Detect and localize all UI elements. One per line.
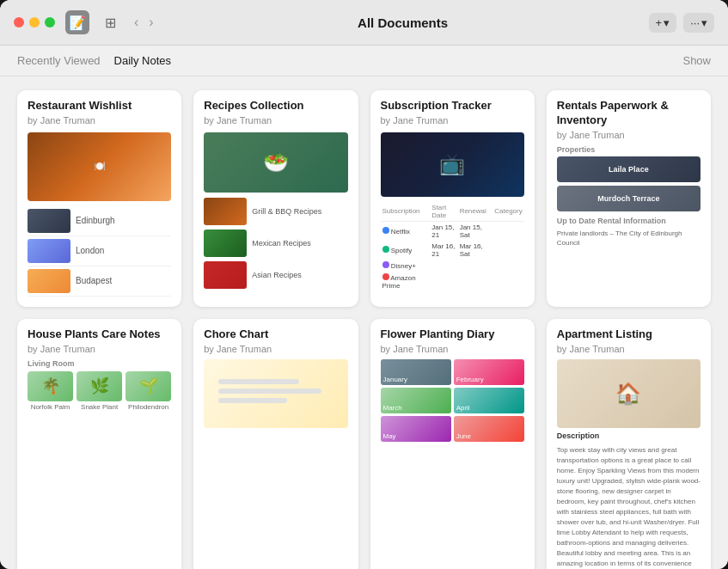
card-rentals-paperwork[interactable]: Rentals Paperwork & Inventory by Jane Tr… (547, 90, 711, 307)
titlebar: 📝 ⊞ ‹ › All Documents + ▾ ··· ▾ (0, 0, 728, 46)
list-item: London (28, 236, 171, 266)
card-title: Rentals Paperwork & Inventory (557, 99, 700, 128)
recipe-thumb (204, 261, 247, 289)
list-item: Asian Recipes (204, 261, 347, 289)
list-item: Budapest (28, 266, 171, 297)
card-title: Restaurant Wishlist (28, 99, 171, 113)
more-button[interactable]: ··· ▾ (683, 13, 714, 33)
card-title: Chore Chart (204, 327, 347, 342)
back-button[interactable]: ‹ (131, 13, 142, 32)
chore-line (218, 398, 287, 403)
plant-label: Norfolk Palm (28, 403, 73, 411)
month-item: April (454, 388, 524, 413)
subscription-table: Subscription Start Date Renewal Category… (381, 202, 524, 291)
card-title: House Plants Care Notes (28, 327, 171, 342)
info-label: Up to Date Rental Information (557, 217, 700, 225)
minimize-button[interactable] (29, 17, 40, 28)
sidebar-toggle-icon[interactable]: ⊞ (100, 12, 120, 33)
card-author: by Jane Truman (28, 115, 171, 125)
card-chore-chart[interactable]: Chore Chart by Jane Truman (193, 319, 358, 569)
list-item: Edinburgh (28, 206, 171, 236)
card-title: Subscription Tracker (381, 99, 524, 113)
maximize-button[interactable] (45, 17, 55, 28)
card-restaurant-wishlist[interactable]: Restaurant Wishlist by Jane Truman 🍽️ Ed… (17, 90, 181, 307)
card-subscription-tracker[interactable]: Subscription Tracker by Jane Truman 📺 Su… (370, 90, 535, 307)
card-author: by Jane Truman (557, 130, 700, 140)
app-window: 📝 ⊞ ‹ › All Documents + ▾ ··· ▾ Recently… (0, 0, 728, 569)
apartment-preview: 🏠 (557, 359, 700, 428)
plant-label: Philodendron (125, 403, 171, 411)
table-header: Start Date (430, 202, 457, 222)
restaurant-list: Edinburgh London Budapest (28, 206, 171, 297)
chore-preview (204, 359, 347, 428)
card-flower-planting[interactable]: Flower Planting Diary by Jane Truman Jan… (370, 319, 535, 569)
list-item: Mexican Recipes (204, 229, 347, 257)
plant-item: 🌱 Philodendron (125, 371, 171, 411)
content-area: Restaurant Wishlist by Jane Truman 🍽️ Ed… (0, 76, 728, 569)
add-button[interactable]: + ▾ (649, 13, 677, 33)
tab-recently-viewed[interactable]: Recently Viewed (17, 52, 101, 69)
month-item: June (454, 416, 524, 442)
plant-item: 🌴 Norfolk Palm (28, 371, 73, 411)
location-thumb-edinburgh (28, 209, 70, 233)
window-title: All Documents (168, 15, 639, 30)
recipe-label: Grill & BBQ Recipes (252, 207, 321, 216)
forward-button[interactable]: › (145, 13, 156, 32)
recipe-thumb (204, 229, 247, 257)
tabs-bar: Recently Viewed Daily Notes Show (0, 46, 728, 76)
card-preview-restaurant: 🍽️ (28, 132, 171, 201)
traffic-lights (14, 17, 55, 28)
show-button[interactable]: Show (682, 54, 711, 67)
table-row: Disney+ (381, 260, 524, 272)
location-thumb-london (28, 239, 70, 263)
close-button[interactable] (14, 17, 24, 28)
card-author: by Jane Truman (204, 344, 347, 354)
card-author: by Jane Truman (557, 344, 700, 354)
flower-grid: January February March April May June (381, 359, 524, 442)
card-author: by Jane Truman (381, 115, 524, 125)
table-row: Spotify Mar 16, 21 Mar 16, Sat (381, 241, 524, 260)
card-title: Flower Planting Diary (381, 327, 524, 342)
card-preview-recipes: 🥗 (204, 132, 347, 193)
recipe-sub-list: Grill & BBQ Recipes Mexican Recipes Asia… (204, 198, 347, 289)
card-author: by Jane Truman (28, 344, 171, 354)
plant-icon: 🌱 (125, 371, 171, 401)
tab-daily-notes[interactable]: Daily Notes (114, 52, 171, 69)
card-recipes-collection[interactable]: Recipes Collection by Jane Truman 🥗 Gril… (193, 90, 358, 307)
month-item: May (381, 416, 451, 442)
location-label: London (76, 246, 104, 255)
nav-arrows: ‹ › (131, 13, 157, 32)
card-house-plants[interactable]: House Plants Care Notes by Jane Truman L… (17, 319, 181, 569)
month-item: February (454, 359, 524, 385)
documents-grid: Restaurant Wishlist by Jane Truman 🍽️ Ed… (17, 90, 711, 569)
card-title: Apartment Listing (557, 327, 700, 342)
plant-label: Snake Plant (76, 403, 122, 411)
table-header: Category (492, 202, 524, 222)
description-label: Description (557, 431, 700, 440)
table-header: Subscription (381, 202, 431, 222)
plant-item: 🌿 Snake Plant (76, 371, 122, 411)
card-apartment-listing[interactable]: Apartment Listing by Jane Truman 🏠 Descr… (547, 319, 711, 569)
toolbar-right: + ▾ ··· ▾ (649, 13, 714, 33)
property-item: Laila Place (557, 156, 700, 182)
chore-line (218, 379, 299, 384)
plants-row: 🌴 Norfolk Palm 🌿 Snake Plant 🌱 Philodend… (28, 371, 171, 411)
table-row: Netflix Jan 15, 21 Jan 15, Sat (381, 221, 524, 241)
list-item: Grill & BBQ Recipes (204, 198, 347, 225)
rentals-info-text: Private landlords – The City of Edinburg… (557, 229, 700, 248)
chore-lines (218, 379, 333, 407)
month-item: January (381, 359, 451, 385)
property-item: Murdoch Terrace (557, 186, 700, 211)
description-text: Top week stay with city views and great … (557, 445, 700, 569)
section-label: Properties (557, 145, 700, 154)
status-dot (382, 261, 389, 268)
card-preview-subscription: 📺 (381, 132, 524, 197)
card-title: Recipes Collection (204, 99, 347, 113)
card-author: by Jane Truman (204, 115, 347, 125)
table-row: Amazon Prime (381, 272, 524, 291)
location-label: Budapest (76, 276, 112, 285)
section-label: Living Room (28, 359, 171, 368)
plant-icon: 🌴 (28, 371, 73, 401)
app-icon: 📝 (65, 10, 89, 34)
status-dot (382, 246, 389, 253)
